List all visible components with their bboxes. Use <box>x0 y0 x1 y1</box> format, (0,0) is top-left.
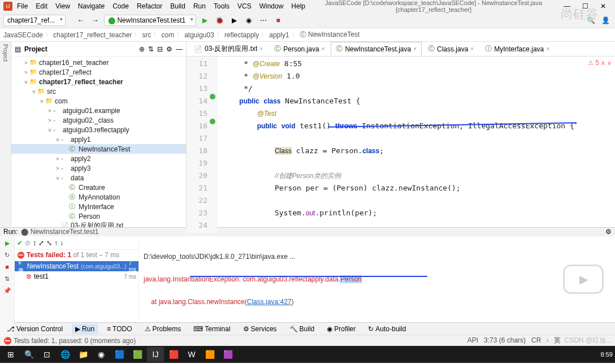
expand-icon[interactable]: ⤢ <box>38 239 44 247</box>
close-tab-icon[interactable]: × <box>413 46 417 52</box>
breadcrumb-item[interactable]: reflectapply <box>224 31 259 39</box>
hide-panel-icon[interactable]: — <box>176 45 183 53</box>
tree-item[interactable]: v▫atguigu03.reflectapply <box>11 125 186 135</box>
app-icon-4[interactable]: 🟧 <box>201 347 218 362</box>
menu-build[interactable]: Build <box>167 1 189 11</box>
console-output[interactable]: D:\develop_tools\JDK\jdk1.8.0_271\bin\ja… <box>139 236 615 345</box>
editor-tab[interactable]: ⒸNewInstanceTest.java× <box>331 42 422 56</box>
intellij-taskbar-icon[interactable]: IJ <box>147 347 164 362</box>
explorer-icon[interactable]: 📁 <box>75 347 92 362</box>
toggle-auto-button[interactable]: ⇅ <box>2 274 12 284</box>
project-tree[interactable]: >📁chapter16_net_teacher>📁chapter17_refle… <box>11 57 186 227</box>
close-tab-icon[interactable]: × <box>470 46 474 52</box>
next-failed-icon[interactable]: ↓ <box>60 239 63 247</box>
menu-file[interactable]: File <box>14 1 31 11</box>
menu-navigate[interactable]: Navigate <box>75 1 108 11</box>
tree-item[interactable]: >▫atguigu02._class <box>11 115 186 125</box>
code-area[interactable]: * @Create 8:55 * @Version 1.0 */ public … <box>217 57 615 233</box>
rerun-failed-button[interactable]: ↻ <box>2 250 12 260</box>
tree-item[interactable]: v📁com <box>11 96 186 106</box>
editor-tab[interactable]: ⒸPerson.java× <box>269 42 330 56</box>
editor-tab[interactable]: ⒸClass.java× <box>423 42 479 56</box>
tree-item[interactable]: v📁src <box>11 86 186 96</box>
close-tab-icon[interactable]: × <box>546 46 549 52</box>
rerun-button[interactable]: ▶ <box>2 238 12 248</box>
coverage-button[interactable]: ▶ <box>228 14 240 27</box>
settings-icon[interactable]: 👤 <box>599 14 612 27</box>
test-root[interactable]: v ⊗ NewInstanceTest (com.atguigu03...) 7… <box>15 261 138 271</box>
close-button[interactable]: ✕ <box>595 1 612 11</box>
module-selector[interactable]: chapter17_ref... <box>3 15 66 26</box>
app-icon-1[interactable]: 🟦 <box>111 347 128 362</box>
tree-item[interactable]: >📁chapter16_net_teacher <box>11 58 186 67</box>
tree-item[interactable]: v▫apply1 <box>11 135 186 144</box>
menu-edit[interactable]: Edit <box>32 1 51 11</box>
tree-item[interactable]: ⒸCreature <box>11 183 186 192</box>
bottom-tab[interactable]: ⎇Version Control <box>3 324 66 334</box>
search-taskbar-icon[interactable]: 🔍 <box>20 347 37 362</box>
panel-settings-icon[interactable]: ⚙ <box>166 45 172 53</box>
taskbar-clock[interactable]: 8:59 <box>601 347 613 362</box>
app-icon-5[interactable]: 🟪 <box>219 347 236 362</box>
show-passed-icon[interactable]: ✔ <box>17 239 23 247</box>
menu-run[interactable]: Run <box>190 1 209 11</box>
run-config-selector[interactable]: ⬤ NewInstanceTest.test1 <box>104 15 196 26</box>
menu-refactor[interactable]: Refactor <box>133 1 166 11</box>
project-view-icon[interactable]: ▤ <box>15 45 21 53</box>
pin-button[interactable]: 📌 <box>2 285 12 296</box>
tree-item[interactable]: v📁chapter17_reflect_teacher <box>11 77 186 86</box>
stop-button[interactable]: ■ <box>272 14 284 27</box>
tree-item[interactable]: v▫data <box>11 173 186 183</box>
close-tab-icon[interactable]: × <box>322 46 325 52</box>
test-child[interactable]: ⊗ test1 7 ms <box>15 271 138 281</box>
search-button[interactable]: 🔍 <box>584 14 597 27</box>
profile-button[interactable]: ◉ <box>242 14 255 27</box>
app-icon-3[interactable]: 🟥 <box>165 347 182 362</box>
expand-all-icon[interactable]: ⇅ <box>148 45 154 53</box>
maximize-button[interactable]: ☐ <box>577 1 594 11</box>
breadcrumb-item[interactable]: Ⓒ NewInstanceTest <box>300 30 360 40</box>
prev-failed-icon[interactable]: ↑ <box>54 239 58 247</box>
menu-vcs[interactable]: VCS <box>234 1 255 11</box>
editor-tab[interactable]: ⒾMyInterface.java× <box>480 42 555 56</box>
menu-window[interactable]: Window <box>256 1 287 11</box>
stacktrace-link[interactable]: Class.java:427 <box>247 298 292 306</box>
menu-tools[interactable]: Tools <box>210 1 233 11</box>
project-tool-button[interactable]: Project <box>2 44 8 62</box>
editor-body[interactable]: 1112131415161718192021222324 * @Create 8… <box>187 57 615 233</box>
breadcrumb-item[interactable]: chapter17_reflect_teacher <box>53 31 132 39</box>
tree-item[interactable]: ⒸNewInstanceTest <box>11 144 186 154</box>
collapse-icon[interactable]: ⤡ <box>46 239 52 247</box>
tree-item[interactable]: >📁chapter17_reflect <box>11 67 186 77</box>
breadcrumb-item[interactable]: com <box>161 31 174 39</box>
editor-tab[interactable]: 📄03-反射的应用.txt× <box>189 42 268 56</box>
close-tab-icon[interactable]: × <box>259 46 263 52</box>
inspection-indicator[interactable]: ⚠ 5 ∧ ∨ <box>588 59 612 67</box>
stop-run-button[interactable]: ■ <box>2 262 12 272</box>
run-button[interactable]: ▶ <box>198 14 211 27</box>
select-opened-file-icon[interactable]: ⊕ <box>139 45 145 53</box>
bottom-tab[interactable]: ≡TODO <box>103 324 135 334</box>
bottom-tab[interactable]: ▶Run <box>72 324 98 334</box>
app-icon-2[interactable]: 🟩 <box>129 347 146 362</box>
taskview-icon[interactable]: ⊡ <box>38 347 55 362</box>
forward-button[interactable]: → <box>89 14 102 27</box>
tree-item[interactable]: ⒸPerson <box>11 211 186 221</box>
tree-item[interactable]: >▫atguigu01.example <box>11 106 186 115</box>
edge-icon[interactable]: 🌐 <box>57 347 73 362</box>
breadcrumb-item[interactable]: src <box>142 31 151 39</box>
tree-item[interactable]: ⒾMyInterface <box>11 202 186 211</box>
debug-button[interactable]: 🐞 <box>213 14 226 27</box>
tree-item[interactable]: ⒶMyAnnotation <box>11 192 186 202</box>
menu-help[interactable]: Help <box>288 1 309 11</box>
show-ignored-icon[interactable]: ⊘ <box>25 239 31 247</box>
breadcrumb-item[interactable]: apply1 <box>269 31 289 39</box>
breadcrumb-item[interactable]: atguigu03 <box>184 31 214 39</box>
word-icon[interactable]: W <box>183 347 200 362</box>
menu-code[interactable]: Code <box>109 1 132 11</box>
breadcrumb-item[interactable]: JavaSECode <box>3 31 43 39</box>
start-button[interactable]: ⊞ <box>2 347 19 362</box>
tree-item[interactable]: 📄03-反射的应用.txt <box>11 221 186 227</box>
sort-icon[interactable]: ↕ <box>33 239 36 247</box>
tree-item[interactable]: >▫apply2 <box>11 154 186 163</box>
